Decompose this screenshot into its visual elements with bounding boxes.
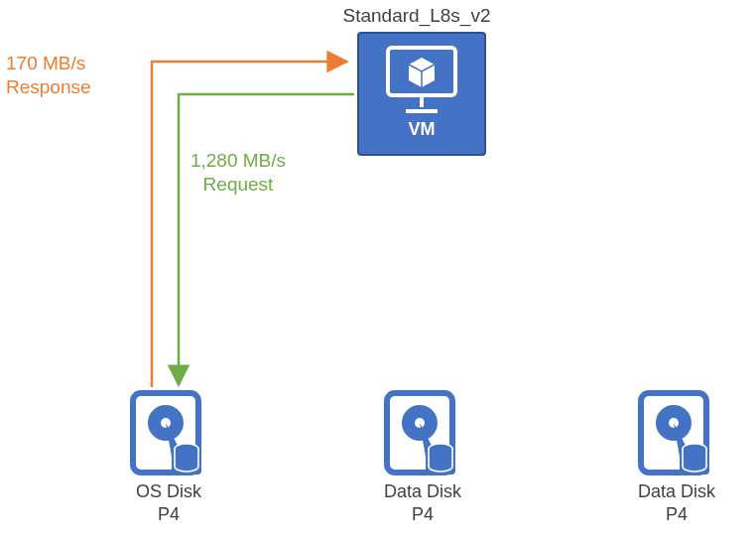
os-disk-name: OS Disk xyxy=(136,481,201,501)
os-disk-icon xyxy=(129,389,202,476)
request-word: Request xyxy=(203,174,274,195)
vm-icon xyxy=(382,44,461,119)
data-disk-2-tier: P4 xyxy=(666,504,688,524)
data-disk-1-label: Data Disk P4 xyxy=(353,480,492,525)
request-label: 1,280 MB/s Request xyxy=(169,149,308,197)
data-disk-2-icon xyxy=(637,389,710,476)
os-disk-tier: P4 xyxy=(158,504,180,524)
data-disk-1-icon xyxy=(383,389,456,476)
data-disk-2-name: Data Disk xyxy=(638,481,715,501)
diagram-canvas: Standard_L8s_v2 VM 170 MB/s Response 1,2… xyxy=(0,0,756,541)
request-arrow xyxy=(179,94,354,385)
response-arrow xyxy=(152,62,347,387)
data-disk-1-name: Data Disk xyxy=(384,481,461,501)
data-disk-1-tier: P4 xyxy=(412,504,434,524)
vm-box: VM xyxy=(357,32,486,156)
response-label: 170 MB/s Response xyxy=(6,52,115,99)
request-value: 1,280 MB/s xyxy=(190,150,286,171)
vm-caption: VM xyxy=(409,119,436,140)
response-word: Response xyxy=(6,76,91,97)
vm-title-label: Standard_L8s_v2 xyxy=(298,4,536,28)
data-disk-2-label: Data Disk P4 xyxy=(607,480,746,525)
os-disk-label: OS Disk P4 xyxy=(99,480,238,525)
response-value: 170 MB/s xyxy=(6,53,85,73)
